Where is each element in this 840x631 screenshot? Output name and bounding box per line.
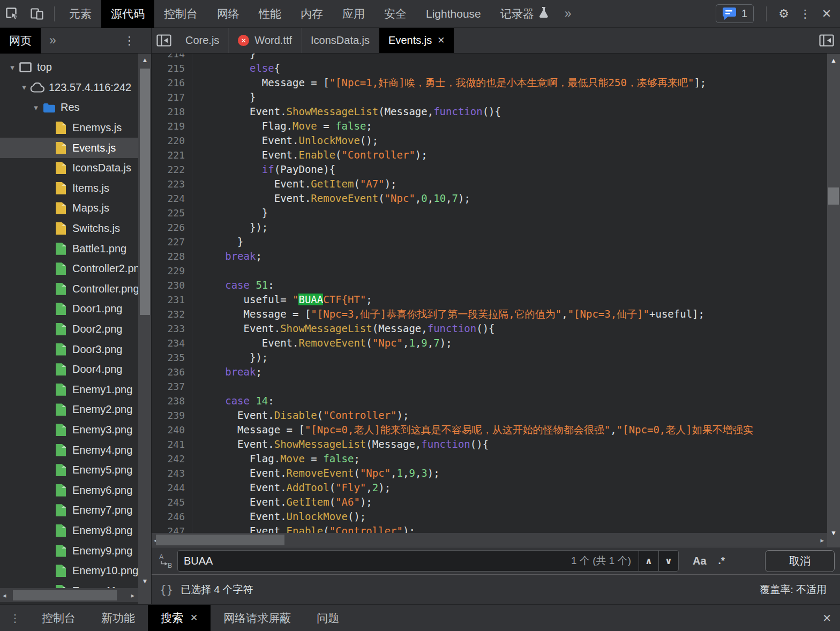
code-line-223[interactable]: 223 Event.GetItem("A7"); xyxy=(152,177,827,191)
tree-item-iconsdata-js[interactable]: IconsData.js xyxy=(0,158,138,178)
chevron-down-icon[interactable]: ▾ xyxy=(18,82,30,92)
cancel-button[interactable]: 取消 xyxy=(765,550,835,572)
tree-item-items-js[interactable]: Items.js xyxy=(0,178,138,199)
tree-item-events-js[interactable]: Events.js xyxy=(0,138,138,158)
drawer-tab-3[interactable]: 搜索✕ xyxy=(148,605,211,631)
code-line-232[interactable]: 232 Message = ["[Npc=3,仙子]恭喜你找到了第一段芙拉隔,它… xyxy=(152,307,827,321)
code-line-236[interactable]: 236 break; xyxy=(152,365,827,379)
panel-tab-7[interactable]: 应用 xyxy=(333,0,374,28)
tree-item-maps-js[interactable]: Maps.js xyxy=(0,198,138,219)
tree-item-enemy4-png[interactable]: Enemy4.png xyxy=(0,440,138,460)
editor-vertical-scrollbar[interactable]: ▲ ▼ xyxy=(827,54,840,547)
code-line-234[interactable]: 234 Event.RemoveEvent("Npc",1,9,7); xyxy=(152,336,827,350)
tree-item-enemy3-png[interactable]: Enemy3.png xyxy=(0,420,138,440)
tree-vertical-scrollbar[interactable]: ▲ ▼ xyxy=(138,54,152,604)
code-line-237[interactable]: 237 xyxy=(152,379,827,394)
code-editor[interactable]: 214 }215 else{216 Message = ["[Npc=1,奸商]… xyxy=(152,54,827,533)
regex-button[interactable]: .* xyxy=(718,555,725,567)
issues-badge[interactable]: 1 xyxy=(716,4,754,23)
find-input[interactable] xyxy=(178,555,571,567)
tree-item-enemy2-png[interactable]: Enemy2.png xyxy=(0,400,138,420)
editor-tab-1[interactable]: Core.js xyxy=(176,28,229,54)
code-line-219[interactable]: 219 Flag.Move = false; xyxy=(152,119,827,133)
tree-item-door4-png[interactable]: Door4.png xyxy=(0,359,138,380)
more-panels-icon[interactable]: » xyxy=(558,6,578,21)
tree-item-top[interactable]: ▾top xyxy=(0,57,138,78)
editor-tab-4[interactable]: Events.js✕ xyxy=(379,28,454,54)
scroll-right-icon[interactable]: ▸ xyxy=(131,588,134,602)
tree-item-enemy5-png[interactable]: Enemy5.png xyxy=(0,460,138,480)
code-line-222[interactable]: 222 if(PayDone){ xyxy=(152,162,827,177)
code-line-241[interactable]: 241 Event.ShowMessageList(Message,functi… xyxy=(152,437,827,452)
editor-tab-2[interactable]: ✕Word.ttf xyxy=(229,28,302,54)
code-line-214[interactable]: 214 } xyxy=(152,54,827,61)
match-case-button[interactable]: Aa xyxy=(693,555,707,567)
code-line-217[interactable]: 217 } xyxy=(152,90,827,104)
tree-item-door3-png[interactable]: Door3.png xyxy=(0,339,138,359)
tree-item-res[interactable]: ▾Res xyxy=(0,97,138,118)
code-line-228[interactable]: 228 break; xyxy=(152,249,827,264)
tree-item-enemy10-png[interactable]: Enemy10.png xyxy=(0,561,138,581)
code-line-216[interactable]: 216 Message = ["[Npc=1,奸商]唉，勇士，我做的也是小本生意… xyxy=(152,76,827,90)
code-line-246[interactable]: 246 Event.UnlockMove(); xyxy=(152,509,827,524)
code-line-225[interactable]: 225 } xyxy=(152,206,827,220)
panel-tab-1[interactable]: 元素 xyxy=(59,0,101,28)
close-drawer-icon[interactable]: ✕ xyxy=(822,612,831,625)
code-line-245[interactable]: 245 Event.GetItem("A6"); xyxy=(152,495,827,509)
next-match-button[interactable]: ∨ xyxy=(658,551,678,571)
tree-item-enemys-js[interactable]: Enemys.js xyxy=(0,118,138,138)
previous-match-button[interactable]: ∧ xyxy=(639,551,658,571)
tree-item-enemy9-png[interactable]: Enemy9.png xyxy=(0,540,138,561)
code-line-229[interactable]: 229 xyxy=(152,264,827,278)
scroll-up-icon[interactable]: ▲ xyxy=(138,56,152,64)
device-toolbar-icon[interactable] xyxy=(27,4,47,24)
drawer-menu-icon[interactable]: ⋮ xyxy=(10,612,20,625)
tree-scrollbar-thumb[interactable] xyxy=(140,69,150,315)
code-line-247[interactable]: 247 Event.Enable("Controller"); xyxy=(152,524,827,533)
hide-navigator-icon[interactable] xyxy=(152,28,176,54)
code-line-231[interactable]: 231 useful= "BUAACTF{HT"; xyxy=(152,292,827,307)
chevron-down-icon[interactable]: ▾ xyxy=(6,63,18,72)
panel-tab-9[interactable]: Lighthouse xyxy=(416,0,491,28)
more-options-icon[interactable]: ⋮ xyxy=(796,7,814,20)
tree-item-123-57-4-116-242[interactable]: ▾123.57.4.116:242 xyxy=(0,78,138,98)
editor-hscrollbar-thumb[interactable] xyxy=(156,535,284,545)
drawer-tab-5[interactable]: 问题 xyxy=(304,605,352,631)
code-line-220[interactable]: 220 Event.UnlockMove(); xyxy=(152,133,827,148)
panel-tab-6[interactable]: 内存 xyxy=(291,0,333,28)
inspect-icon[interactable] xyxy=(3,4,22,24)
tree-item-enemy8-png[interactable]: Enemy8.png xyxy=(0,521,138,541)
code-line-227[interactable]: 227 } xyxy=(152,235,827,249)
code-line-242[interactable]: 242 Flag.Move = false; xyxy=(152,452,827,466)
close-tab-icon[interactable]: ✕ xyxy=(437,35,445,46)
tree-item-switchs-js[interactable]: Switchs.js xyxy=(0,219,138,239)
code-line-218[interactable]: 218 Event.ShowMessageList(Message,functi… xyxy=(152,104,827,119)
code-line-243[interactable]: 243 Event.RemoveEvent("Npc",1,9,3); xyxy=(152,466,827,480)
settings-gear-icon[interactable]: ⚙ xyxy=(775,7,793,21)
panel-tab-5[interactable]: 性能 xyxy=(249,0,291,28)
tree-item-enemy1-png[interactable]: Enemy1.png xyxy=(0,380,138,400)
code-line-235[interactable]: 235 }); xyxy=(152,350,827,365)
tree-item-controller-png[interactable]: Controller.png xyxy=(0,279,138,299)
replace-toggle-icon[interactable]: AB xyxy=(156,553,177,569)
panel-tab-10[interactable]: 记录器 xyxy=(491,0,558,28)
more-navigator-tabs-icon[interactable]: » xyxy=(41,33,65,48)
editor-tab-3[interactable]: IconsData.js xyxy=(302,28,379,54)
editor-horizontal-scrollbar[interactable]: ◂ ▸ xyxy=(152,533,827,547)
scroll-left-icon[interactable]: ◂ xyxy=(3,588,6,602)
tree-item-enemy7-png[interactable]: Enemy7.png xyxy=(0,500,138,521)
tree-horizontal-scrollbar[interactable]: ◂ ▸ xyxy=(0,588,138,602)
scroll-down-icon[interactable]: ▼ xyxy=(138,577,152,585)
code-line-230[interactable]: 230 case 51: xyxy=(152,278,827,292)
code-line-215[interactable]: 215 else{ xyxy=(152,61,827,76)
code-line-221[interactable]: 221 Event.Enable("Controller"); xyxy=(152,148,827,162)
pretty-print-icon[interactable]: {} xyxy=(160,583,173,596)
show-debugger-sidebar-icon[interactable] xyxy=(813,34,840,47)
scroll-up-icon[interactable]: ▲ xyxy=(827,57,840,64)
tree-hscrollbar-thumb[interactable] xyxy=(13,590,117,600)
panel-tab-2[interactable]: 源代码 xyxy=(101,0,154,28)
panel-tab-8[interactable]: 安全 xyxy=(374,0,416,28)
close-devtools-icon[interactable]: ✕ xyxy=(818,7,836,21)
code-line-240[interactable]: 240 Message = ["[Npc=0,老人]能来到这真是不容易呢，从这开… xyxy=(152,423,827,437)
tree-item-battle1-png[interactable]: Battle1.png xyxy=(0,238,138,259)
